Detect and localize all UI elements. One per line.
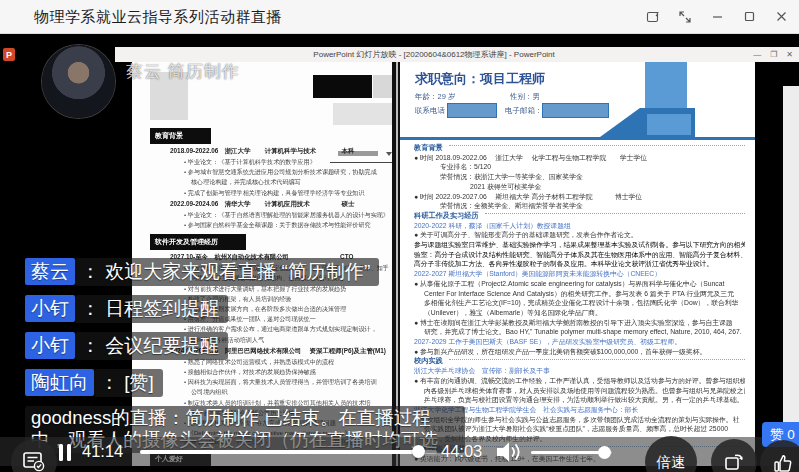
- chat-sender-name: 小钉: [25, 295, 75, 322]
- redacted-name-block: [313, 75, 372, 98]
- volume-icon[interactable]: [495, 440, 523, 468]
- chat-text: 日程签到提醒: [105, 298, 219, 319]
- doc-line: 教育背景: [150, 128, 211, 144]
- photo-decoration-base: [647, 114, 691, 135]
- progress-handle[interactable]: [412, 445, 425, 458]
- maximize-icon[interactable]: [741, 9, 757, 25]
- chat-message: 蔡云 ： 欢迎大家来观看直播 “简历制作”: [25, 258, 485, 286]
- redacted-phone-box: [447, 103, 497, 118]
- doc-line: ● 关于可调高分子、智能形变高分子的基础课题研究，发表合作作者论文。: [414, 230, 745, 240]
- thumbs-up-icon: [772, 452, 794, 472]
- window-titlebar: 物理学系就业云指导系列活动群直播: [0, 0, 799, 34]
- expand-icon[interactable]: [677, 9, 693, 25]
- chat-text: 会议纪要提醒: [105, 335, 219, 356]
- pause-button[interactable]: [59, 444, 73, 461]
- age-label: 年龄：29 岁: [415, 92, 455, 101]
- chat-bubble: ： 欢迎大家来观看直播 “简历制作”: [75, 258, 379, 286]
- note-icon[interactable]: [645, 9, 661, 25]
- chat-sender-name: 小钉: [25, 332, 75, 359]
- progress-bar[interactable]: [140, 450, 437, 454]
- doc-line: 2021 获得竺可桢奖学金: [414, 182, 745, 192]
- doc-line: ● 时间 2018.09-2022.06 浙江大学 化学工程与生物工程学院 学士…: [414, 153, 745, 163]
- chat-message: 小钉 ： 会议纪要提醒: [25, 332, 485, 360]
- ppt-title: PowerPoint 幻灯片放映 - [20200604&0612物理系讲座] …: [115, 49, 753, 60]
- doc-line: • 毕业论文：《基于自然语言理解处理的智能家居服务机器人的设计与实现》: [184, 210, 392, 220]
- chat-bubble: ： 会议纪要提醒: [75, 332, 228, 360]
- chat-sender-name: 陶虹向: [25, 369, 94, 396]
- doc-line: 参与课题组实验室日常维护、基础实验操作学习，结果成果整理基本实验及试剂制备。参与…: [414, 240, 745, 250]
- doc-line: 核心理论构建，并完成核心技术代码编写: [191, 177, 392, 187]
- chat-message: 小钉 ： 日程签到提醒: [25, 295, 485, 323]
- redacted-email-box: [542, 103, 609, 118]
- close-icon[interactable]: [773, 9, 789, 25]
- current-time: 41:14: [82, 442, 123, 461]
- ppt-close-icon[interactable]: ✕: [786, 50, 793, 59]
- doc-line: • 完成了创新与管理学相关理论构建，具备管理学经济学等专业知识: [184, 188, 392, 198]
- doc-line: 荣誉情况：获浙江大学一等奖学金、国家奖学金: [414, 172, 745, 182]
- doc-line: 专业排名：5/120: [414, 162, 745, 172]
- total-time: 44:03: [441, 442, 482, 461]
- chat-bubble: ： [赞]: [94, 369, 163, 397]
- header-divider: [400, 137, 755, 140]
- chat-text: [赞]: [124, 372, 154, 393]
- progress-fill: [140, 450, 418, 454]
- window-title: 物理学系就业云指导系列活动群直播: [34, 8, 282, 27]
- job-objective-title: 求职意向：项目工程师: [415, 70, 545, 88]
- ppt-restore-icon[interactable]: ❐: [770, 50, 777, 59]
- ppt-minimize-icon[interactable]: —: [753, 50, 761, 59]
- doc-line: 2022.09-2024.06 清华大学 计算机应用技术 硕士: [170, 200, 392, 209]
- chat-text: 欢迎大家来观看直播 “简历制作”: [105, 261, 370, 282]
- video-stage: P PowerPoint 幻灯片放映 - [20200604&0612物理系讲座…: [0, 34, 799, 472]
- doc-line: 2018.09-2022.06 浙江大学 计算机科学与技术 本科: [170, 147, 392, 156]
- presenter-watermark: 蔡云 简历制作: [126, 60, 240, 83]
- doc-line: • 参与城市智慧交通系统先进应用公司规划分析技术课题研究，协助完成: [184, 167, 392, 177]
- right-page-edge: [783, 86, 799, 436]
- ppt-window-controls: — ❐ ✕: [753, 50, 799, 59]
- doc-line: ● 时间 2022.09-2027.06 斯坦福大学 高分子材料工程学院 博士学…: [414, 192, 745, 202]
- presenter-avatar: [42, 45, 115, 118]
- doc-line: 教育背景: [414, 143, 745, 153]
- volume-fill: [531, 451, 604, 454]
- rotate-icon: [723, 451, 745, 472]
- doc-line: • 参与国家自然科学基金全额课题：关于数据存储技术与性能评价研究: [184, 220, 392, 230]
- doc-line: • 毕业论文：《基于计算机科学技术的数学应用》: [184, 157, 392, 167]
- volume-slider[interactable]: [531, 451, 612, 454]
- doc-line: 软件开发及管理经历: [150, 234, 246, 250]
- doc-line: 科研工作及实习经历: [414, 211, 745, 221]
- chat-overlay: 蔡云 ： 欢迎大家来观看直播 “简历制作” 小钉 ： 日程签到提醒 小钉 ： 会…: [25, 258, 485, 462]
- doc-line: 荣誉情况：全额奖学金、斯坦福荣誉学者奖学金: [414, 201, 745, 211]
- window-controls: [645, 0, 799, 33]
- gender-label: 性别：男: [510, 92, 540, 102]
- chat-message: 陶虹向 ： [赞]: [25, 369, 485, 397]
- chat-sender-name: 蔡云: [25, 258, 75, 285]
- redacted-block: [373, 75, 392, 98]
- email-label: 电子邮箱：: [505, 106, 543, 116]
- doc-line: 2020-2022 科研，蔡泽（国家千人计划）教授课题组: [414, 221, 745, 231]
- powerpoint-icon: P: [3, 48, 15, 61]
- redacted-block: [333, 103, 392, 125]
- volume-handle[interactable]: [598, 446, 611, 459]
- document-check-icon: [22, 451, 46, 472]
- minimize-icon[interactable]: [709, 9, 725, 25]
- chat-bubble: ： 日程签到提醒: [75, 295, 228, 323]
